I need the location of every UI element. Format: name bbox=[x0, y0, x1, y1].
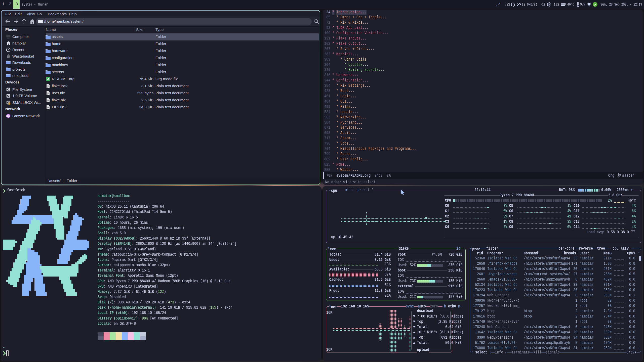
svg-text:z: z bbox=[499, 2, 500, 5]
svg-text:z: z bbox=[498, 3, 499, 6]
